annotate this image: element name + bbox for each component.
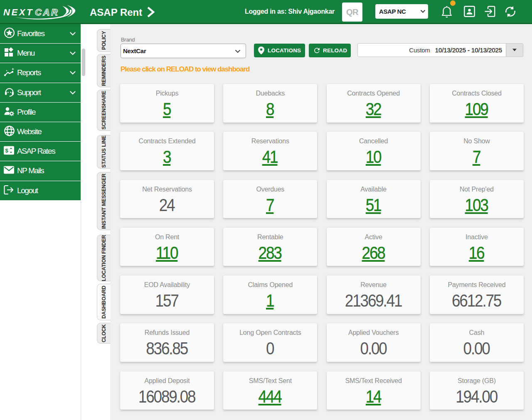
svg-text:CAR: CAR: [35, 7, 59, 17]
svg-text:$: $: [5, 147, 8, 154]
svg-text:NEXT: NEXT: [3, 7, 34, 17]
